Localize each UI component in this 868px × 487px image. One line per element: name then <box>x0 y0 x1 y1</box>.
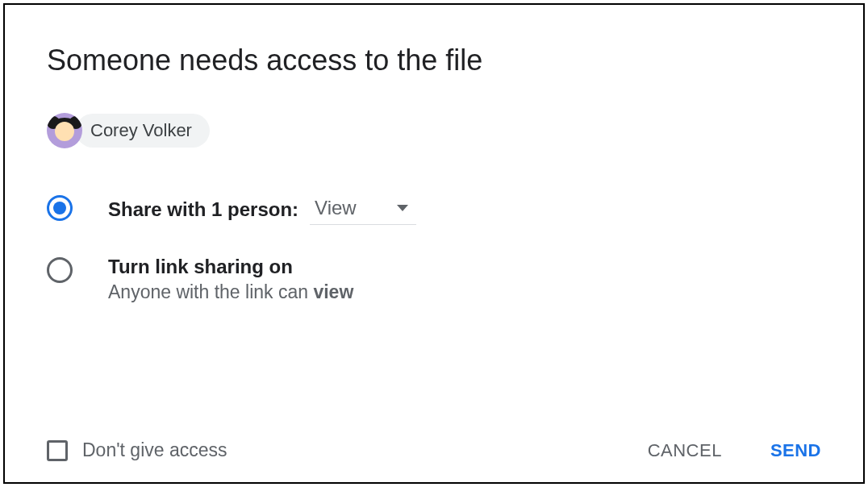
access-request-dialog: Someone needs access to the file Corey V… <box>3 3 865 484</box>
radio-share[interactable] <box>47 195 73 221</box>
dropdown-value: View <box>315 197 357 219</box>
dialog-title: Someone needs access to the file <box>47 44 821 77</box>
permission-dropdown[interactable]: View <box>310 194 416 225</box>
cancel-button[interactable]: CANCEL <box>648 440 722 461</box>
user-avatar <box>47 113 82 148</box>
user-chip[interactable]: Corey Volker <box>76 114 210 148</box>
dialog-footer: Don't give access CANCEL SEND <box>47 439 821 461</box>
option-share[interactable]: Share with 1 person: View <box>47 194 821 225</box>
send-button[interactable]: SEND <box>770 440 821 461</box>
share-label: Share with 1 person: <box>108 198 298 221</box>
footer-buttons: CANCEL SEND <box>648 440 821 461</box>
user-row: Corey Volker <box>47 113 821 148</box>
radio-link-sharing[interactable] <box>47 257 73 283</box>
user-name: Corey Volker <box>90 120 192 140</box>
options-group: Share with 1 person: View Turn link shar… <box>47 194 821 303</box>
link-sharing-label: Turn link sharing on <box>108 256 293 278</box>
footer-left: Don't give access <box>47 439 227 461</box>
dont-give-access-checkbox[interactable] <box>47 440 68 461</box>
chevron-down-icon <box>397 205 408 211</box>
option-link-sharing[interactable]: Turn link sharing on Anyone with the lin… <box>47 256 821 303</box>
dont-give-access-label: Don't give access <box>82 439 227 461</box>
link-sharing-sub: Anyone with the link can view <box>108 281 353 303</box>
